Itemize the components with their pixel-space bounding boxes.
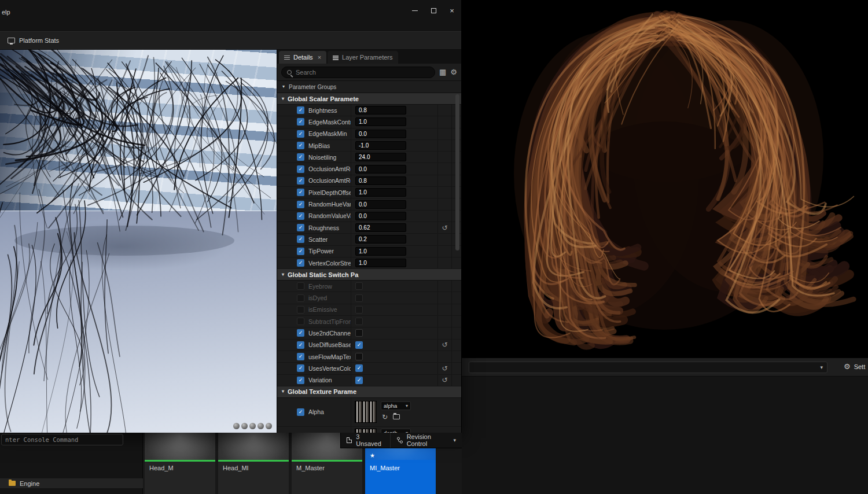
parameter-row: isEmissive (277, 304, 461, 316)
parameter-value-cell: 1.0 (351, 246, 438, 257)
parameter-name-cell: ✓Brightness (277, 105, 351, 116)
parameter-value-checkbox[interactable] (355, 318, 363, 325)
section-header[interactable]: ▾Global Scalar Paramete (277, 93, 461, 105)
parameter-enable-checkbox[interactable]: ✓ (297, 118, 304, 126)
texture-thumbnail[interactable] (355, 401, 377, 423)
parameter-enable-checkbox[interactable]: ✓ (297, 153, 304, 161)
parameter-enable-checkbox[interactable] (297, 318, 304, 325)
menu-help-fragment[interactable]: elp (2, 9, 10, 16)
parameter-value-input[interactable]: -1.0 (355, 141, 406, 150)
use-selected-asset-icon[interactable]: ↻ (382, 413, 388, 421)
parameter-value-checkbox[interactable]: ✓ (355, 364, 363, 372)
preview-shape-cube-button[interactable] (258, 423, 264, 429)
reset-to-default-icon[interactable]: ↺ (442, 224, 447, 232)
revision-control-button[interactable]: Revision Control ▾ (390, 433, 462, 448)
parameter-groups-header[interactable]: ▾ Parameter Groups (277, 81, 461, 93)
parameter-enable-checkbox[interactable]: ✓ (297, 189, 304, 196)
parameter-value-input[interactable]: 24.0 (355, 153, 406, 161)
texture-channel-dropdown[interactable]: depth▾ (381, 429, 411, 433)
parameter-value-input[interactable]: 0.8 (355, 176, 406, 185)
browse-asset-icon[interactable] (393, 414, 400, 419)
reset-cell (438, 152, 452, 163)
material-preview-viewport[interactable] (0, 50, 277, 433)
close-button[interactable]: × (443, 2, 461, 19)
section-header[interactable]: ▾Global Static Switch Pa (277, 269, 461, 281)
parameter-name: isEmissive (308, 306, 337, 313)
parameter-value-checkbox[interactable] (355, 294, 363, 302)
title-bar[interactable]: elp × (0, 0, 461, 20)
parameter-value-input[interactable]: 1.0 (355, 117, 406, 126)
tab-layer-parameters[interactable]: Layer Parameters (328, 51, 398, 64)
reset-to-default-icon[interactable]: ↺ (442, 376, 447, 384)
parameter-enable-checkbox[interactable] (297, 294, 304, 302)
texture-channel-dropdown[interactable]: alpha▾ (381, 401, 411, 410)
parameter-enable-checkbox[interactable]: ✓ (297, 106, 304, 114)
parameter-name: isDyed (308, 294, 327, 301)
parameter-value-checkbox[interactable]: ✓ (355, 377, 363, 384)
parameter-enable-checkbox[interactable]: ✓ (297, 142, 304, 149)
parameter-row: ✓Brightness0.8 (277, 105, 461, 116)
parameter-enable-checkbox[interactable]: ✓ (297, 212, 304, 220)
asset-picker-dropdown[interactable]: ▾ (469, 362, 827, 373)
parameter-enable-checkbox[interactable]: ✓ (297, 235, 304, 243)
parameter-enable-checkbox[interactable]: ✓ (297, 165, 304, 173)
parameter-value-input[interactable]: 1.0 (355, 259, 406, 267)
parameter-enable-checkbox[interactable]: ✓ (297, 259, 304, 267)
parameter-enable-checkbox[interactable]: ✓ (297, 408, 304, 416)
parameter-enable-checkbox[interactable]: ✓ (297, 329, 304, 337)
parameter-enable-checkbox[interactable]: ✓ (297, 177, 304, 185)
scrollbar-thumb[interactable] (455, 94, 459, 250)
parameter-value-cell: 0.0 (351, 211, 438, 222)
parameter-value-checkbox[interactable] (355, 353, 363, 360)
parameter-enable-checkbox[interactable]: ✓ (297, 201, 304, 208)
parameter-row: ✓EdgeMaskMin0.0 (277, 128, 461, 140)
parameter-value-input[interactable]: 0.2 (355, 235, 406, 244)
parameter-enable-checkbox[interactable]: ✓ (297, 224, 304, 231)
parameter-enable-checkbox[interactable]: ✓ (297, 377, 304, 384)
tab-details[interactable]: Details × (279, 51, 326, 64)
parameter-value-checkbox[interactable] (355, 282, 363, 290)
console-command-input[interactable]: nter Console Command (1, 434, 123, 445)
parameter-value-input[interactable]: 1.0 (355, 188, 406, 197)
reset-to-default-icon[interactable]: ↺ (442, 341, 447, 349)
close-tab-icon[interactable]: × (318, 54, 321, 61)
preview-shape-plane-button[interactable] (249, 423, 256, 429)
parameter-value-input[interactable]: 0.0 (355, 212, 406, 220)
minimize-button[interactable] (406, 2, 424, 19)
parameter-enable-checkbox[interactable]: ✓ (297, 364, 304, 372)
parameter-enable-checkbox[interactable] (297, 282, 304, 290)
platform-stats-button[interactable]: Platform Stats (8, 37, 59, 44)
parameter-name: UsesVertexColors (308, 365, 351, 372)
scroll-gutter (452, 257, 461, 268)
settings-button[interactable]: ⚙ Sett (844, 362, 865, 371)
preview-shape-cylinder-button[interactable] (233, 423, 240, 429)
parameter-enable-checkbox[interactable]: ✓ (297, 341, 304, 349)
texture-thumbnail[interactable] (355, 429, 377, 433)
parameter-enable-checkbox[interactable] (297, 306, 304, 314)
unsaved-button[interactable]: 3 Unsaved (341, 433, 390, 448)
parameter-value-checkbox[interactable]: ✓ (355, 341, 363, 349)
parameter-enable-checkbox[interactable]: ✓ (297, 353, 304, 360)
parameter-value-input[interactable]: 0.62 (355, 223, 406, 232)
reset-to-default-icon[interactable]: ↺ (442, 364, 447, 373)
parameter-value-checkbox[interactable] (355, 329, 363, 337)
preview-shape-sphere-button[interactable] (241, 423, 248, 429)
section-header[interactable]: ▾Global Texture Parame (277, 386, 461, 398)
parameter-value-input[interactable]: 1.0 (355, 247, 406, 256)
maximize-button[interactable] (424, 2, 443, 19)
parameter-value-input[interactable]: 0.0 (355, 130, 406, 138)
parameter-enable-checkbox[interactable]: ✓ (297, 130, 304, 138)
parameter-value-input[interactable]: 0.0 (355, 165, 406, 174)
parameter-value-input[interactable]: 0.8 (355, 106, 406, 115)
hair-render-image (462, 0, 868, 357)
search-input[interactable]: Search (281, 67, 435, 78)
panel-settings-gear-icon[interactable]: ⚙ (450, 68, 457, 76)
parameter-enable-checkbox[interactable]: ✓ (297, 248, 304, 255)
grid-view-icon[interactable]: ▦ (439, 68, 446, 76)
parameter-value-checkbox[interactable] (355, 306, 363, 314)
reset-cell (438, 304, 452, 315)
parameter-value-cell: 1.0 (351, 257, 438, 268)
preview-shape-mesh-button[interactable] (266, 423, 272, 429)
parameter-value-input[interactable]: 0.0 (355, 200, 406, 209)
sources-item-engine[interactable]: Engine (0, 478, 143, 488)
